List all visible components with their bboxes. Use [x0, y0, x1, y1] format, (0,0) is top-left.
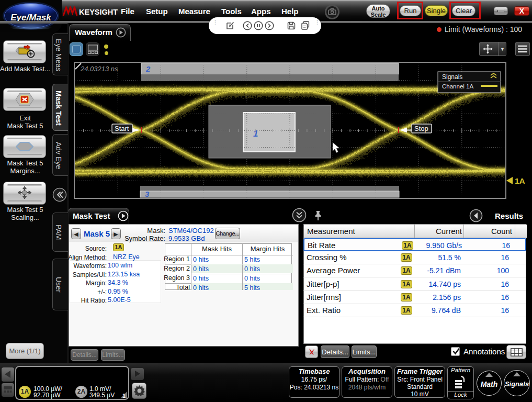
svg-text:24.03213 ns: 24.03213 ns [80, 65, 118, 73]
svg-text:1A: 1A [515, 176, 525, 185]
svg-text:Channel 1A: Channel 1A [442, 83, 473, 90]
svg-text:2: 2 [145, 64, 151, 73]
svg-text:Stop: Stop [414, 125, 428, 132]
svg-text:Signals: Signals [442, 73, 462, 81]
svg-text:Start: Start [115, 125, 129, 132]
svg-text:1: 1 [253, 129, 258, 139]
svg-text:3: 3 [145, 189, 150, 198]
svg-text:1: 1 [122, 393, 126, 399]
